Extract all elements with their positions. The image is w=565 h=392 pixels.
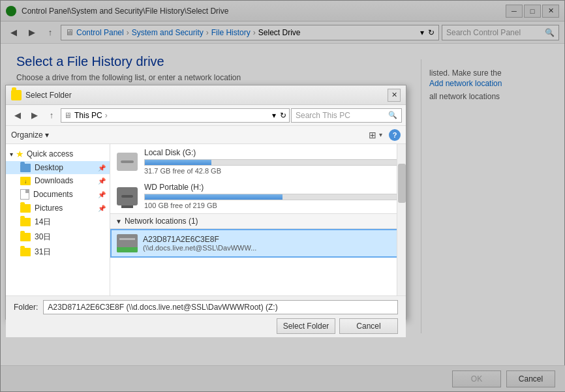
sidebar-item-pictures-label: Pictures [35, 204, 63, 213]
pin-icon-desktop: 📌 [98, 164, 106, 172]
net-item-path: (\\d.docs.live.net@SSL\DavWWW... [143, 244, 399, 252]
dialog-main: Local Disk (G:) 31.7 GB free of 42.8 GB … [110, 144, 406, 295]
scrollbar[interactable] [397, 144, 406, 295]
sidebar-item-14[interactable]: 14日 [6, 215, 110, 230]
drive-item-h[interactable]: WD Portable (H:) 100 GB free of 219 GB [110, 179, 406, 213]
dialog-search-box[interactable]: Search This PC 🔍 [291, 108, 402, 123]
dialog-addr-icon: 🖥 [64, 111, 72, 120]
folder-row: Folder: [14, 300, 398, 314]
sidebar-item-desktop[interactable]: Desktop 📌 [6, 161, 110, 174]
sidebar-item-30[interactable]: 30日 [6, 230, 110, 245]
dialog-addr-thispc: This PC [74, 111, 102, 120]
net-item-text: A23D871A2E6C3E8F (\\d.docs.live.net@SSL\… [143, 235, 399, 252]
dialog-folder-icon [11, 90, 22, 100]
folder-input[interactable] [43, 300, 398, 314]
dialog-forward-button[interactable]: ▶ [27, 108, 42, 123]
dialog-back-button[interactable]: ◀ [10, 108, 25, 123]
quick-access-chevron: ▾ [10, 151, 13, 158]
net-drive-icon-wrapper [117, 234, 138, 252]
drive-h-progress [144, 194, 401, 200]
drive-g-icon [115, 150, 139, 173]
pictures-folder-icon [20, 204, 31, 213]
dialog-search-icon: 🔍 [388, 111, 397, 119]
network-locations-header[interactable]: ▼ Network locations (1) [110, 213, 406, 229]
help-icon[interactable]: ? [389, 129, 401, 141]
sidebar-item-31-label: 31日 [35, 247, 51, 258]
view-dropdown-icon[interactable]: ▾ [379, 131, 382, 138]
drive-h-name: WD Portable (H:) [144, 183, 401, 192]
sidebar-item-downloads[interactable]: ↓ Downloads 📌 [6, 174, 110, 187]
sidebar-item-pictures[interactable]: Pictures 📌 [6, 202, 110, 215]
sidebar-item-14-label: 14日 [35, 217, 51, 228]
quick-access-label: Quick access [27, 149, 73, 158]
view-icons: ⊞ ▾ ? [369, 129, 401, 141]
quick-access-header[interactable]: ▾ ★ Quick access [6, 147, 110, 161]
drive-g-fill [145, 160, 211, 165]
dialog-buttons: Select Folder Cancel [14, 318, 398, 334]
drive-h-icon [115, 185, 139, 208]
dialog-close-button[interactable]: ✕ [388, 89, 401, 102]
dialog-sidebar: ▾ ★ Quick access Desktop 📌 ↓ Downloads 📌 [6, 144, 110, 295]
dialog-cancel-button[interactable]: Cancel [339, 318, 398, 334]
dialog-addr-sep: › [105, 111, 108, 120]
dialog-address-bar[interactable]: 🖥 This PC › ▾ ↻ [61, 108, 290, 123]
folder30-icon [20, 233, 31, 241]
net-item-name: A23D871A2E6C3E8F [143, 235, 399, 244]
dialog-search-label: Search This PC [296, 111, 350, 120]
dialog-addr-dropdown[interactable]: ▾ [272, 111, 276, 120]
sidebar-item-downloads-label: Downloads [35, 176, 73, 185]
drive-g-info: Local Disk (G:) 31.7 GB free of 42.8 GB [144, 148, 401, 175]
dialog-body: ▾ ★ Quick access Desktop 📌 ↓ Downloads 📌 [6, 144, 406, 295]
pin-icon-downloads: 📌 [98, 177, 106, 185]
sidebar-item-30-label: 30日 [35, 232, 51, 243]
drive-g-name: Local Disk (G:) [144, 148, 401, 157]
drive-h-info: WD Portable (H:) 100 GB free of 219 GB [144, 183, 401, 209]
network-label: Network locations (1) [125, 217, 198, 226]
dialog-organize-bar: Organize ▾ ⊞ ▾ ? [6, 126, 406, 144]
drive-h-fill [145, 194, 282, 200]
scrollbar-thumb[interactable] [398, 164, 406, 203]
drive-g-size: 31.7 GB free of 42.8 GB [144, 167, 401, 175]
sidebar-item-desktop-label: Desktop [35, 163, 63, 172]
folder-label: Folder: [14, 303, 38, 312]
drive-g-progress [144, 159, 401, 166]
drive-item-g[interactable]: Local Disk (G:) 31.7 GB free of 42.8 GB [110, 144, 406, 179]
desktop-folder-icon [20, 164, 31, 172]
pin-icon-pictures: 📌 [98, 205, 106, 212]
sidebar-item-31[interactable]: 31日 [6, 245, 110, 260]
sidebar-item-documents[interactable]: Documents 📌 [6, 187, 110, 202]
drive-h-size: 100 GB free of 219 GB [144, 202, 401, 209]
star-icon: ★ [16, 149, 24, 159]
dialog-toolbar: ◀ ▶ ↑ 🖥 This PC › ▾ ↻ Search This PC 🔍 [6, 105, 406, 126]
select-folder-button[interactable]: Select Folder [277, 318, 335, 334]
folder31-icon [20, 248, 31, 256]
pin-icon-documents: 📌 [98, 191, 106, 198]
dialog-addr-refresh[interactable]: ↻ [280, 111, 286, 120]
folder14-icon [20, 218, 31, 226]
network-chevron: ▼ [115, 218, 122, 225]
sidebar-item-documents-label: Documents [33, 190, 73, 199]
dialog-titlebar: Select Folder ✕ [6, 85, 406, 105]
dialog-bottom: Folder: Select Folder Cancel [6, 295, 406, 337]
dialog-title: Select Folder [25, 91, 388, 100]
organize-label: Organize ▾ [11, 130, 49, 140]
view-toggle-icon[interactable]: ⊞ [369, 130, 376, 140]
organize-button[interactable]: Organize ▾ [11, 130, 49, 140]
dialog-up-button[interactable]: ↑ [44, 108, 59, 123]
network-item-0[interactable]: A23D871A2E6C3E8F (\\d.docs.live.net@SSL\… [110, 229, 406, 258]
select-folder-dialog: Select Folder ✕ ◀ ▶ ↑ 🖥 This PC › ▾ ↻ Se… [5, 85, 406, 320]
